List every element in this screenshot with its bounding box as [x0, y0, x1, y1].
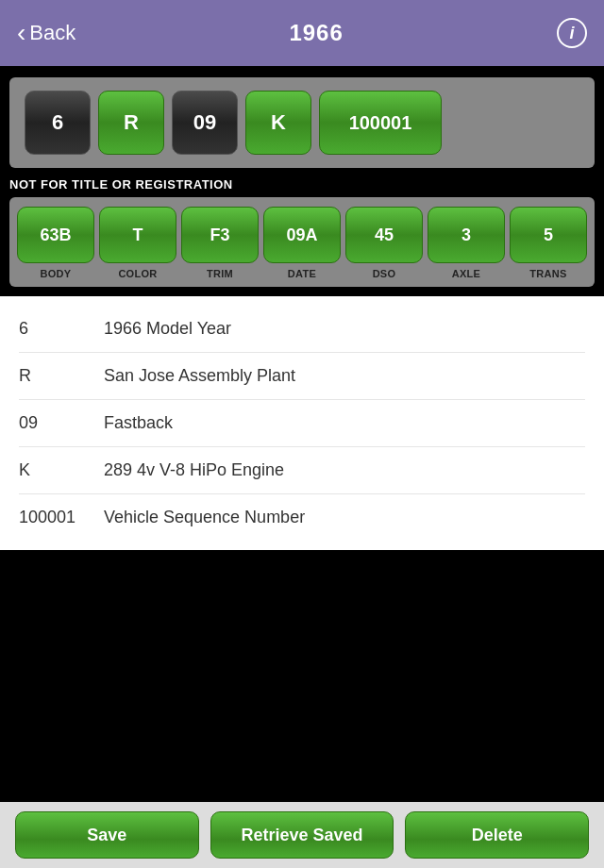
page-title: 1966 [289, 20, 343, 46]
plate-key-63b[interactable]: 63B [17, 207, 94, 263]
info-row-k: K 289 4v V-8 HiPo Engine [19, 447, 585, 494]
info-row-6: 6 1966 Model Year [19, 306, 585, 353]
label-dso: DSO [345, 268, 423, 279]
delete-button[interactable]: Delete [405, 811, 589, 859]
info-icon: i [569, 24, 574, 43]
info-desc-100001: Vehicle Sequence Number [104, 508, 305, 527]
label-body: BODY [17, 268, 94, 279]
label-trim: TRIM [181, 268, 259, 279]
info-button[interactable]: i [557, 18, 587, 48]
plate-key-5[interactable]: 5 [510, 207, 587, 263]
info-desc-r: San Jose Assembly Plant [104, 366, 295, 386]
plate-row: 63B T F3 09A 45 3 5 [17, 207, 587, 263]
info-row-r: R San Jose Assembly Plant [19, 353, 585, 400]
info-section: 6 1966 Model Year R San Jose Assembly Pl… [0, 296, 604, 550]
vin-key-09[interactable]: 09 [172, 91, 238, 155]
header: ‹ Back 1966 i [0, 0, 604, 66]
label-date: DATE [263, 268, 341, 279]
chevron-left-icon: ‹ [17, 20, 25, 46]
info-desc-09: Fastback [104, 413, 173, 433]
plate-key-09a[interactable]: 09A [263, 207, 341, 263]
retrieve-saved-button[interactable]: Retrieve Saved [210, 811, 394, 859]
plate-section: 63B T F3 09A 45 3 5 [9, 197, 595, 263]
vin-key-6[interactable]: 6 [25, 91, 91, 155]
save-button[interactable]: Save [15, 811, 199, 859]
info-code-r: R [19, 366, 104, 386]
info-row-100001: 100001 Vehicle Sequence Number [19, 494, 585, 541]
label-axle: AXLE [428, 268, 505, 279]
vin-section: 6 R 09 K 100001 [9, 77, 595, 168]
vin-key-k[interactable]: K [245, 91, 311, 155]
vin-key-r[interactable]: R [98, 91, 164, 155]
labels-section: BODY COLOR TRIM DATE DSO AXLE TRANS [9, 263, 595, 287]
plate-key-f3[interactable]: F3 [181, 207, 259, 263]
not-for-title-text: NOT FOR TITLE OR REGISTRATION [9, 177, 595, 192]
label-color: COLOR [99, 268, 176, 279]
info-desc-6: 1966 Model Year [104, 319, 231, 339]
back-button[interactable]: ‹ Back [17, 20, 76, 46]
info-code-09: 09 [19, 413, 104, 433]
vin-row: 6 R 09 K 100001 [25, 91, 579, 155]
info-desc-k: 289 4v V-8 HiPo Engine [104, 460, 284, 480]
vin-key-100001[interactable]: 100001 [319, 91, 442, 155]
label-trans: TRANS [510, 268, 587, 279]
info-code-100001: 100001 [19, 508, 104, 527]
bottom-bar: Save Retrieve Saved Delete [0, 802, 604, 868]
plate-key-3[interactable]: 3 [428, 207, 505, 263]
info-code-6: 6 [19, 319, 104, 339]
plate-key-t[interactable]: T [99, 207, 176, 263]
back-label: Back [29, 21, 76, 45]
info-code-k: K [19, 460, 104, 480]
info-row-09: 09 Fastback [19, 400, 585, 447]
plate-key-45[interactable]: 45 [345, 207, 423, 263]
